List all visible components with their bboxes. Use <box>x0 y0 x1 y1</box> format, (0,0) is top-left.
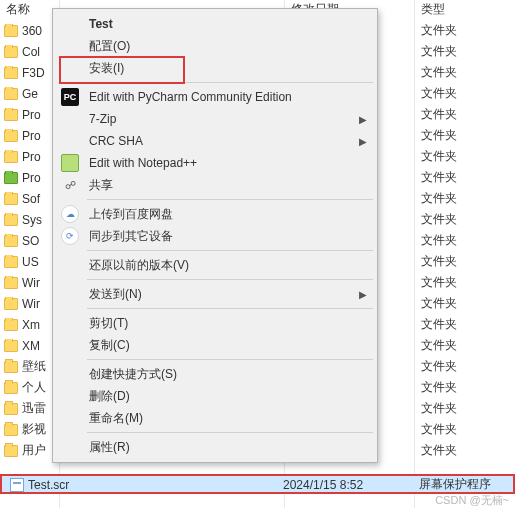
menu-item-label: 剪切(T) <box>89 315 128 332</box>
folder-type: 文件夹 <box>415 253 515 270</box>
folder-icon <box>4 46 18 58</box>
chevron-right-icon: ▶ <box>359 289 367 300</box>
menu-item-label: 发送到(N) <box>89 286 142 303</box>
menu-item[interactable]: 创建快捷方式(S) <box>55 363 375 385</box>
menu-separator <box>87 199 373 200</box>
menu-item[interactable]: 发送到(N)▶ <box>55 283 375 305</box>
menu-item[interactable]: 属性(R) <box>55 436 375 458</box>
menu-item-label: 配置(O) <box>89 38 130 55</box>
folder-name: Pro <box>22 108 41 122</box>
col-type[interactable]: 类型 <box>415 1 515 18</box>
menu-item-label: 共享 <box>89 177 113 194</box>
menu-item-label: 上传到百度网盘 <box>89 206 173 223</box>
folder-icon <box>4 361 18 373</box>
folder-name: Wir <box>22 276 40 290</box>
folder-type: 文件夹 <box>415 442 515 459</box>
folder-type: 文件夹 <box>415 400 515 417</box>
context-menu[interactable]: Test配置(O)安装(I)PCEdit with PyCharm Commun… <box>52 8 378 463</box>
folder-type: 文件夹 <box>415 43 515 60</box>
folder-type: 文件夹 <box>415 22 515 39</box>
folder-type: 文件夹 <box>415 274 515 291</box>
baidu-icon: ☁ <box>61 205 79 223</box>
folder-icon <box>4 88 18 100</box>
folder-name: F3D <box>22 66 45 80</box>
folder-type: 文件夹 <box>415 316 515 333</box>
folder-name: Pro <box>22 150 41 164</box>
folder-name: 个人 <box>22 379 46 396</box>
folder-type: 文件夹 <box>415 85 515 102</box>
folder-icon <box>4 67 18 79</box>
folder-type: 文件夹 <box>415 190 515 207</box>
menu-item[interactable]: PCEdit with PyCharm Community Edition <box>55 86 375 108</box>
menu-item[interactable]: 安装(I) <box>55 57 375 79</box>
menu-item-label: CRC SHA <box>89 134 143 148</box>
sync-icon: ⟳ <box>61 227 79 245</box>
menu-item-label: 创建快捷方式(S) <box>89 366 177 383</box>
folder-name: 用户 <box>22 442 46 459</box>
file-modified: 2024/1/15 8:52 <box>283 478 413 492</box>
menu-item[interactable]: 配置(O) <box>55 35 375 57</box>
menu-item-label: 属性(R) <box>89 439 130 456</box>
folder-name: Sof <box>22 192 40 206</box>
folder-name: 影视 <box>22 421 46 438</box>
menu-item[interactable]: CRC SHA▶ <box>55 130 375 152</box>
menu-item[interactable]: 复制(C) <box>55 334 375 356</box>
menu-item-label: 还原以前的版本(V) <box>89 257 189 274</box>
menu-item[interactable]: 还原以前的版本(V) <box>55 254 375 276</box>
file-name: Test.scr <box>28 478 69 492</box>
file-type: 屏幕保护程序 <box>413 476 513 493</box>
folder-icon <box>4 172 18 184</box>
selected-file-row[interactable]: Test.scr 2024/1/15 8:52 屏幕保护程序 <box>0 474 515 494</box>
folder-icon <box>4 214 18 226</box>
col-name[interactable]: 名称 <box>0 1 60 18</box>
menu-item[interactable]: 7-Zip▶ <box>55 108 375 130</box>
folder-type: 文件夹 <box>415 169 515 186</box>
menu-item[interactable]: ☁上传到百度网盘 <box>55 203 375 225</box>
folder-name: XM <box>22 339 40 353</box>
folder-icon <box>4 319 18 331</box>
menu-item[interactable]: Edit with Notepad++ <box>55 152 375 174</box>
menu-item[interactable]: 重命名(M) <box>55 407 375 429</box>
folder-icon <box>4 130 18 142</box>
menu-separator <box>87 432 373 433</box>
folder-type: 文件夹 <box>415 358 515 375</box>
folder-icon <box>4 340 18 352</box>
folder-name: Pro <box>22 171 41 185</box>
menu-item-label: 复制(C) <box>89 337 130 354</box>
menu-item[interactable]: Test <box>55 13 375 35</box>
menu-item[interactable]: ☍共享 <box>55 174 375 196</box>
folder-icon <box>4 298 18 310</box>
folder-name: 360 <box>22 24 42 38</box>
folder-type: 文件夹 <box>415 211 515 228</box>
folder-name: Xm <box>22 318 40 332</box>
folder-type: 文件夹 <box>415 127 515 144</box>
folder-name: 壁纸 <box>22 358 46 375</box>
folder-name: Wir <box>22 297 40 311</box>
folder-type: 文件夹 <box>415 64 515 81</box>
folder-icon <box>4 25 18 37</box>
menu-item[interactable]: 删除(D) <box>55 385 375 407</box>
pc-icon: PC <box>61 88 79 106</box>
menu-item-label: 同步到其它设备 <box>89 228 173 245</box>
watermark: CSDN @无楠~ <box>435 493 509 508</box>
npp-icon <box>61 154 79 172</box>
folder-icon <box>4 151 18 163</box>
menu-item[interactable]: 剪切(T) <box>55 312 375 334</box>
menu-item-label: 安装(I) <box>89 60 124 77</box>
folder-icon <box>4 256 18 268</box>
menu-item[interactable]: ⟳同步到其它设备 <box>55 225 375 247</box>
menu-separator <box>87 279 373 280</box>
file-icon <box>10 478 24 492</box>
folder-icon <box>4 403 18 415</box>
menu-separator <box>87 250 373 251</box>
menu-item-label: 删除(D) <box>89 388 130 405</box>
folder-name: Col <box>22 45 40 59</box>
folder-icon <box>4 382 18 394</box>
folder-name: SO <box>22 234 39 248</box>
folder-icon <box>4 445 18 457</box>
folder-type: 文件夹 <box>415 106 515 123</box>
folder-name: Pro <box>22 129 41 143</box>
folder-type: 文件夹 <box>415 337 515 354</box>
menu-item-label: Test <box>89 17 113 31</box>
folder-type: 文件夹 <box>415 232 515 249</box>
